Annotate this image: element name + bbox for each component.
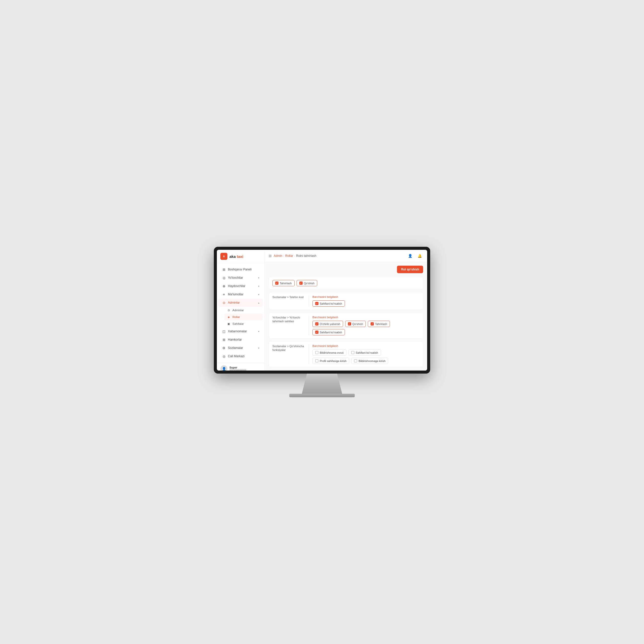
perm-checkbox: ✓ — [348, 322, 351, 326]
barchasini-link-telefon-kod[interactable]: Barchasini belgilash — [312, 295, 419, 298]
perm-checkbox: ✓ — [315, 322, 318, 326]
passengers-icon: ◎ — [222, 276, 226, 280]
sidebar-item-adminlar[interactable]: ⊙ Adminlar ▴ — [218, 299, 263, 307]
permission-sections: Sozlamalar > Telefon kodBarchasini belgi… — [269, 292, 423, 371]
monitor-stand — [297, 374, 347, 394]
top-permissions: ✓ Tahrirlash ✓ Qo'shish — [269, 277, 423, 290]
barchasini-link-yolovchi-tahrirlash[interactable]: Barchasini belgilash — [312, 316, 419, 319]
sidebar-item-adminlar-sub[interactable]: ⊙ Adminlar — [224, 307, 263, 313]
breadcrumb-admin[interactable]: Admin — [274, 254, 282, 258]
barchasini-link-qoshimcha-funksiyalar[interactable]: Barchasini belgilash — [312, 344, 419, 347]
section-title: Yo'lovchilar > Yo'lovchi tahrirlash sahi… — [272, 316, 305, 324]
sidebar-nav: ⊞ Boshqaruv Paneli ◎ Yo'lovchilar ▾ ⊕ Ha… — [217, 263, 264, 363]
perm-item-tahrirlash[interactable]: ✓ Tahrirlash — [272, 280, 295, 286]
topbar-actions: 👤 🔔 — [407, 252, 423, 259]
perm-item[interactable]: ✓Tahrirlash — [368, 321, 390, 327]
content-header: Rol qo'shish — [269, 266, 423, 273]
perm-label: Qo'shish — [352, 323, 363, 326]
breadcrumb: Admin › Rollar › Rolni tahrirlash — [274, 254, 316, 258]
sidebar-item-call-markazi[interactable]: ◎ Call Markazi — [218, 352, 263, 360]
dashboard-icon: ⊞ — [222, 267, 226, 271]
perm-label: O'chirib yuborish — [320, 323, 340, 326]
main-content: ⊞ Admin › Rollar › Rolni tahrirlash 👤 🔔 — [265, 250, 427, 371]
vertical-divider — [309, 316, 309, 335]
sidebar-item-sozlamalar[interactable]: ⚙ Sozlamalar ▾ — [218, 344, 263, 352]
perm-label: Sahifani ko'rsatish — [356, 351, 378, 354]
sidebar-item-label: Adminlar — [228, 301, 240, 304]
perm-label: Qo'shish — [304, 282, 314, 285]
perm-label: Bildirishnoma ovozi — [320, 351, 344, 354]
notifications-icon: ◫ — [222, 329, 226, 333]
breadcrumb-sep-1: › — [283, 254, 284, 258]
chevron-down-icon: ▾ — [258, 293, 259, 296]
data-icon: ≡ — [222, 292, 226, 296]
perm-items-telefon-kod: ✓Sahifani ko'rsatish — [312, 300, 419, 307]
bell-icon[interactable]: 🔔 — [416, 252, 423, 259]
top-perm-items: ✓ Tahrirlash ✓ Qo'shish — [272, 280, 419, 286]
admin-icon: ⊙ — [222, 301, 226, 305]
perm-section-telefon-kod: Sozlamalar > Telefon kodBarchasini belgi… — [269, 292, 423, 310]
perm-checkbox — [315, 359, 318, 363]
section-title: Sozlamalar > Qo'shimcha funksiyalar — [272, 344, 305, 352]
perm-checkbox: ✓ — [371, 322, 374, 326]
perm-checkbox — [351, 351, 354, 354]
perm-item[interactable]: ✓Sahifani ko'rsatish — [312, 300, 345, 307]
perm-item[interactable]: Bildirishnomaga kirish — [351, 358, 388, 364]
sidebar-item-label: Call Markazi — [228, 354, 245, 358]
call-icon: ◎ — [222, 354, 226, 358]
breadcrumb-current: Rolni tahrirlash — [296, 254, 316, 258]
user-info: Super 998999999999 — [229, 366, 246, 371]
sidebar-item-label: Xabarnomalar — [228, 330, 247, 333]
perm-item[interactable]: Profil sahifasiga kirish — [312, 358, 349, 364]
chevron-down-icon: ▾ — [258, 285, 259, 288]
user-phone: 998999999999 — [229, 369, 246, 371]
perm-section-qoshimcha-funksiyalar: Sozlamalar > Qo'shimcha funksiyalarBarch… — [269, 341, 423, 367]
perm-item[interactable]: ✓O'chirib yuborish — [312, 321, 343, 327]
sidebar-item-xabarnomalar[interactable]: ◫ Xabarnomalar ▾ — [218, 327, 263, 335]
monitor-base — [289, 394, 355, 397]
drivers-icon: ⊕ — [222, 284, 226, 288]
perm-checkbox: ✓ — [315, 331, 318, 334]
chevron-down-icon: ▾ — [258, 276, 259, 279]
perm-checkbox-qoshish: ✓ — [299, 281, 303, 285]
perm-checkbox: ✓ — [315, 302, 318, 305]
sidebar-item-malumotlar[interactable]: ≡ Ma'lumotlar ▾ — [218, 290, 263, 298]
sidebar-item-label: Boshqaruv Paneli — [228, 268, 252, 271]
sidebar-item-hamkorlar[interactable]: ⊞ Hamkorlar — [218, 336, 263, 344]
user-settings-icon[interactable]: 👤 — [407, 252, 414, 259]
perm-item-qoshish[interactable]: ✓ Qo'shish — [297, 280, 317, 286]
breadcrumb-rollar[interactable]: Rollar — [285, 254, 293, 258]
perm-item[interactable]: Sahifani ko'rsatish — [348, 349, 381, 356]
save-role-button[interactable]: Rol qo'shish — [397, 266, 423, 273]
vertical-divider — [309, 344, 309, 364]
sidebar-item-haydovchilar[interactable]: ⊕ Haydovchilar ▾ — [218, 282, 263, 290]
perm-items-yolovchi-tahrirlash: ✓O'chirib yuborish✓Qo'shish✓Tahrirlash✓S… — [312, 321, 419, 335]
sidebar-item-label: Yo'lovchilar — [228, 276, 243, 279]
perm-section-title-yolovchi-tahrirlash: Yo'lovchilar > Yo'lovchi tahrirlash sahi… — [272, 316, 305, 324]
grid-icon[interactable]: ⊞ — [269, 254, 272, 258]
logo: A aka taxi — [217, 250, 264, 263]
chevron-down-icon: ▾ — [258, 330, 259, 333]
sidebar-item-boshqaruv[interactable]: ⊞ Boshqaruv Paneli — [218, 265, 263, 273]
sidebar-sub-label: Adminlar — [232, 309, 244, 312]
partners-icon: ⊞ — [222, 338, 226, 342]
sidebar-item-sahifalar[interactable]: ▣ Sahifalar — [224, 320, 263, 327]
sidebar: A aka taxi ⊞ Boshqaruv Paneli ◎ Yo'lovch… — [217, 250, 265, 371]
perm-checkbox-tahrirlash: ✓ — [275, 281, 278, 285]
perm-label: Tahrirlash — [375, 323, 387, 326]
perm-section-title-qoshimcha-funksiyalar: Sozlamalar > Qo'shimcha funksiyalar — [272, 344, 305, 352]
perm-label: Sahifani ko'rsatish — [320, 302, 342, 305]
perm-item[interactable]: ✓Sahifani ko'rsatish — [312, 329, 345, 335]
perm-item[interactable]: ✓Qo'shish — [345, 321, 366, 327]
perm-label: Sahifani ko'rsatish — [320, 331, 342, 334]
sidebar-item-yolovchilar[interactable]: ◎ Yo'lovchilar ▾ — [218, 274, 263, 282]
perm-section-right-yolovchi-tahrirlash: Barchasini belgilash✓O'chirib yuborish✓Q… — [312, 316, 419, 335]
sidebar-item-rollar[interactable]: ◈ Rollar — [224, 314, 263, 320]
admin-sub-icon: ⊙ — [227, 308, 230, 312]
perm-item[interactable]: Bildirishnoma ovozi — [312, 349, 346, 356]
roles-icon: ◈ — [227, 315, 230, 319]
settings-icon: ⚙ — [222, 346, 226, 350]
avatar: 👤 — [220, 365, 227, 371]
perm-checkbox — [315, 351, 318, 354]
adminlar-submenu: ⊙ Adminlar ◈ Rollar ▣ Sahifalar — [217, 307, 264, 327]
